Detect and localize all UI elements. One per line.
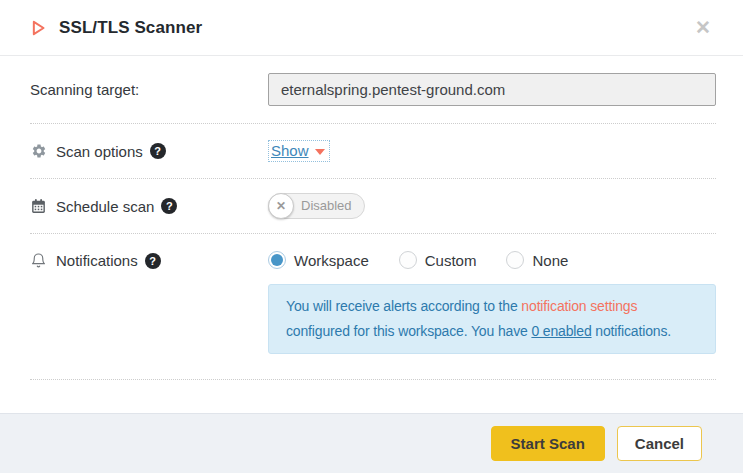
info-text-part2: configured for this workspace. You have [286, 323, 531, 339]
scanning-target-row: Scanning target: [30, 56, 716, 123]
info-text-part1: You will receive alerts according to the [286, 298, 521, 314]
notifications-label-col: Notifications ? [30, 249, 268, 269]
show-options-link-label: Show [271, 142, 309, 159]
enabled-notifications-link[interactable]: 0 enabled [531, 323, 591, 339]
schedule-scan-control: ✕ Disabled [268, 193, 716, 219]
modal-body: Scanning target: Scan options ? Show [0, 56, 743, 413]
notifications-radio-group: Workspace Custom None [268, 249, 716, 271]
scanning-target-control [268, 73, 716, 106]
notifications-row: Notifications ? Workspace Custom None [30, 234, 716, 379]
scanning-target-label: Scanning target: [30, 81, 139, 98]
bell-icon [30, 252, 47, 269]
radio-none-label: None [532, 252, 568, 269]
scan-options-help-icon[interactable]: ? [150, 143, 166, 159]
calendar-icon [30, 198, 47, 215]
notification-info-text: You will receive alerts according to the… [286, 294, 698, 344]
ssl-tls-scanner-modal: SSL/TLS Scanner ✕ Scanning target: Scan [0, 0, 743, 473]
schedule-scan-row: Schedule scan ? ✕ Disabled [30, 179, 716, 233]
scanning-target-input[interactable] [268, 73, 716, 106]
scanning-target-label-col: Scanning target: [30, 81, 268, 98]
notification-info-box: You will receive alerts according to the… [268, 284, 716, 354]
cancel-button[interactable]: Cancel [617, 426, 702, 461]
scan-options-row: Scan options ? Show [30, 124, 716, 178]
show-options-link[interactable]: Show [268, 140, 330, 162]
modal-footer: Start Scan Cancel [0, 413, 743, 473]
gear-icon [30, 143, 47, 160]
radio-workspace[interactable]: Workspace [268, 251, 369, 269]
schedule-scan-toggle[interactable]: ✕ Disabled [268, 193, 365, 219]
radio-custom-circle [399, 251, 417, 269]
radio-custom-label: Custom [425, 252, 477, 269]
notifications-controls: Workspace Custom None You will receive a… [268, 249, 716, 354]
radio-workspace-circle [268, 251, 286, 269]
notification-settings-link[interactable]: notification settings [521, 298, 637, 314]
radio-none-circle [506, 251, 524, 269]
notifications-help-icon[interactable]: ? [145, 253, 161, 269]
schedule-scan-label-col: Schedule scan ? [30, 198, 268, 215]
caret-down-icon [315, 149, 325, 155]
close-icon[interactable]: ✕ [691, 16, 715, 39]
modal-title: SSL/TLS Scanner [59, 18, 202, 38]
start-scan-button[interactable]: Start Scan [491, 426, 605, 461]
scan-options-label: Scan options [56, 143, 143, 160]
notifications-label: Notifications [56, 252, 138, 269]
scanner-play-icon [28, 17, 48, 39]
toggle-state-label: Disabled [294, 198, 361, 214]
scan-options-control: Show [268, 140, 716, 162]
radio-none[interactable]: None [506, 251, 568, 269]
schedule-scan-help-icon[interactable]: ? [161, 198, 177, 214]
toggle-x-icon: ✕ [268, 193, 294, 219]
radio-workspace-label: Workspace [294, 252, 369, 269]
bottom-spacer [30, 380, 716, 413]
scan-options-label-col: Scan options ? [30, 143, 268, 160]
schedule-scan-label: Schedule scan [56, 198, 154, 215]
radio-custom[interactable]: Custom [399, 251, 477, 269]
info-text-part3: notifications. [592, 323, 671, 339]
modal-header: SSL/TLS Scanner ✕ [0, 0, 743, 56]
